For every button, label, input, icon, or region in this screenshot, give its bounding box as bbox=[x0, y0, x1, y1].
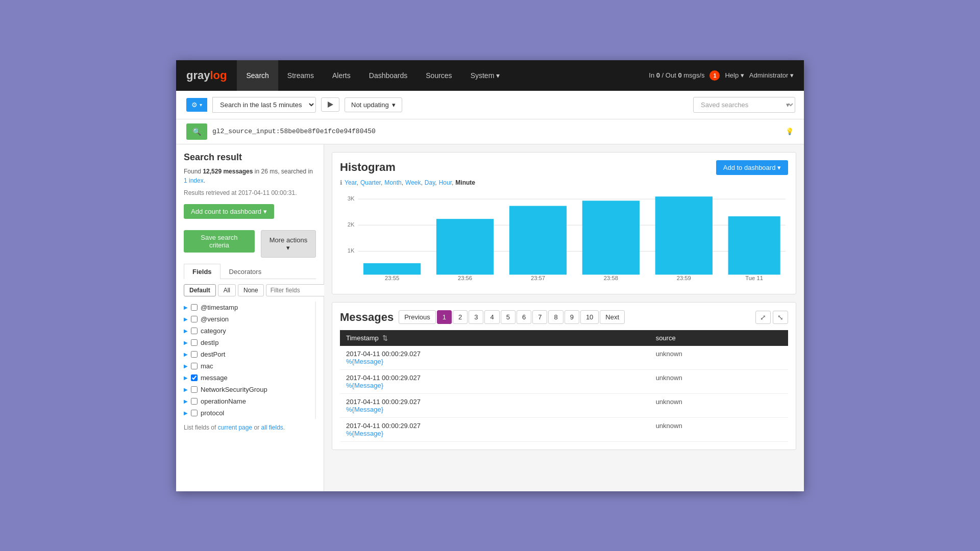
time-range-select[interactable]: Search in the last 5 minutes bbox=[212, 97, 316, 113]
time-link-week[interactable]: Week bbox=[405, 179, 423, 186]
nav-item-system[interactable]: System ▾ bbox=[461, 60, 509, 91]
saved-searches-select[interactable]: Saved searches bbox=[693, 97, 795, 113]
nav-item-sources[interactable]: Sources bbox=[416, 60, 461, 91]
expand-arrow-icon[interactable]: ▶ bbox=[184, 387, 188, 392]
time-link-month[interactable]: Month bbox=[384, 179, 403, 186]
pagination-page-6[interactable]: 6 bbox=[517, 310, 531, 324]
add-dashboard-label: Add to dashboard ▾ bbox=[723, 164, 781, 171]
expand-arrow-icon[interactable]: ▶ bbox=[184, 305, 188, 310]
pagination-page-4[interactable]: 4 bbox=[484, 310, 499, 324]
nav-item-alerts[interactable]: Alerts bbox=[323, 60, 360, 91]
time-link-year[interactable]: Year bbox=[345, 179, 358, 186]
cell-timestamp: 2017-04-11 00:00:29.027 %{Message} bbox=[340, 394, 650, 418]
expand-button[interactable]: ⤢ bbox=[755, 311, 771, 324]
brand-gray-text: gray bbox=[186, 69, 210, 82]
footer-text: List fields of bbox=[184, 424, 216, 431]
message-link[interactable]: %{Message} bbox=[346, 406, 644, 413]
collapse-button[interactable]: ⤡ bbox=[773, 311, 788, 324]
not-updating-label: Not updating bbox=[351, 101, 389, 109]
pagination-next-button[interactable]: Next bbox=[600, 310, 625, 324]
field-checkbox-category[interactable] bbox=[191, 328, 198, 334]
filter-all-button[interactable]: All bbox=[218, 284, 236, 296]
message-link[interactable]: %{Message} bbox=[346, 430, 644, 437]
expand-arrow-icon[interactable]: ▶ bbox=[184, 410, 188, 416]
current-page-link[interactable]: current page bbox=[218, 424, 252, 431]
add-count-dashboard-label: Add count to dashboard ▾ bbox=[191, 208, 267, 215]
not-updating-button[interactable]: Not updating ▾ bbox=[345, 97, 402, 112]
pagination-previous-button[interactable]: Previous bbox=[399, 310, 436, 324]
field-checkbox-destport[interactable] bbox=[191, 351, 198, 358]
table-row: 2017-04-11 00:00:29.027 %{Message} unkno… bbox=[340, 418, 788, 442]
field-name: @version bbox=[201, 315, 229, 323]
message-link[interactable]: %{Message} bbox=[346, 382, 644, 389]
cell-timestamp: 2017-04-11 00:00:29.027 %{Message} bbox=[340, 418, 650, 442]
result-index-link[interactable]: 1 index bbox=[184, 177, 204, 184]
timestamp-label: Timestamp bbox=[346, 334, 379, 342]
bar-tue11 bbox=[728, 216, 780, 274]
nav-item-dashboards[interactable]: Dashboards bbox=[360, 60, 417, 91]
tab-fields[interactable]: Fields bbox=[184, 264, 220, 279]
filter-default-button[interactable]: Default bbox=[184, 284, 216, 296]
message-link[interactable]: %{Message} bbox=[346, 358, 644, 365]
expand-arrow-icon[interactable]: ▶ bbox=[184, 375, 188, 381]
filter-none-button[interactable]: None bbox=[238, 284, 264, 296]
nav-help[interactable]: Help ▾ bbox=[725, 71, 744, 79]
expand-arrow-icon[interactable]: ▶ bbox=[184, 398, 188, 404]
pagination-page-2[interactable]: 2 bbox=[453, 310, 468, 324]
search-submit-button[interactable]: 🔍 bbox=[186, 123, 207, 140]
histogram-timelinks: ℹ Year Quarter Month Week Day Hour Minut… bbox=[340, 179, 788, 186]
pagination-page-8[interactable]: 8 bbox=[548, 310, 563, 324]
message-timestamp: 2017-04-11 00:00:29.027 bbox=[346, 374, 644, 382]
time-link-hour[interactable]: Hour bbox=[439, 179, 454, 186]
field-checkbox-message[interactable] bbox=[191, 374, 198, 381]
add-to-dashboard-button[interactable]: Add to dashboard ▾ bbox=[716, 160, 788, 175]
nav-item-search[interactable]: Search bbox=[237, 60, 278, 91]
sort-icon[interactable]: ⇅ bbox=[382, 334, 388, 342]
expand-arrow-icon[interactable]: ▶ bbox=[184, 363, 188, 369]
field-list: ▶ @timestamp ▶ @version ▶ category bbox=[184, 302, 315, 419]
time-link-quarter[interactable]: Quarter bbox=[360, 179, 382, 186]
field-checkbox-mac[interactable] bbox=[191, 363, 198, 369]
sidebar-footer: List fields of current page or all field… bbox=[184, 424, 316, 431]
pagination-page-5[interactable]: 5 bbox=[501, 310, 516, 324]
expand-arrow-icon[interactable]: ▶ bbox=[184, 352, 188, 357]
list-item: ▶ destPort bbox=[184, 348, 315, 360]
info-icon: ℹ bbox=[340, 179, 342, 186]
field-name: destPort bbox=[201, 350, 225, 358]
pagination-page-10[interactable]: 10 bbox=[580, 310, 599, 324]
field-name: destIp bbox=[201, 339, 218, 346]
field-checkbox-protocol[interactable] bbox=[191, 410, 198, 416]
time-link-day[interactable]: Day bbox=[425, 179, 437, 186]
field-checkbox-opname[interactable] bbox=[191, 398, 198, 405]
nav-admin[interactable]: Administrator ▾ bbox=[749, 71, 794, 79]
expand-arrow-icon[interactable]: ▶ bbox=[184, 340, 188, 345]
save-search-criteria-button[interactable]: Save search criteria bbox=[184, 230, 255, 253]
bar-2355 bbox=[363, 263, 421, 274]
all-fields-link[interactable]: all fields bbox=[261, 424, 283, 431]
histogram-header: Histogram Add to dashboard ▾ bbox=[340, 160, 788, 175]
query-input[interactable] bbox=[212, 128, 780, 135]
field-name: NetworkSecurityGroup bbox=[201, 386, 267, 393]
save-criteria-label: Save search criteria bbox=[201, 234, 237, 249]
list-item: ▶ category bbox=[184, 325, 315, 337]
expand-arrow-icon[interactable]: ▶ bbox=[184, 316, 188, 322]
search-options-button[interactable]: ⚙ ▾ bbox=[186, 98, 207, 112]
more-actions-label: More actions ▾ bbox=[267, 236, 309, 252]
field-checkbox-destip[interactable] bbox=[191, 339, 198, 346]
field-checkbox-nsg[interactable] bbox=[191, 386, 198, 393]
play-button[interactable] bbox=[321, 97, 339, 112]
add-count-dashboard-button[interactable]: Add count to dashboard ▾ bbox=[184, 204, 274, 219]
field-checkbox-timestamp[interactable] bbox=[191, 304, 198, 311]
tab-decorators[interactable]: Decorators bbox=[220, 264, 271, 279]
pagination-page-7[interactable]: 7 bbox=[532, 310, 547, 324]
pagination-page-1[interactable]: 1 bbox=[437, 310, 452, 324]
messages-panel: Messages Previous 1 2 3 4 5 6 7 8 9 10 N… bbox=[332, 302, 796, 450]
nav-item-streams[interactable]: Streams bbox=[278, 60, 323, 91]
pagination-page-9[interactable]: 9 bbox=[565, 310, 579, 324]
field-checkbox-version[interactable] bbox=[191, 316, 198, 322]
more-actions-button[interactable]: More actions ▾ bbox=[261, 230, 316, 258]
field-name: mac bbox=[201, 362, 213, 370]
pagination-page-3[interactable]: 3 bbox=[469, 310, 483, 324]
expand-arrow-icon[interactable]: ▶ bbox=[184, 328, 188, 334]
time-link-minute[interactable]: Minute bbox=[455, 179, 475, 186]
